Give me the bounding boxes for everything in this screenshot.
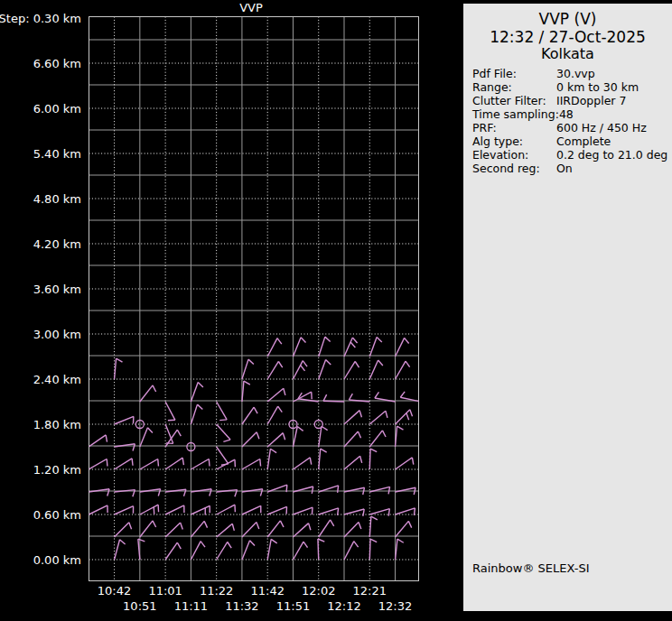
wind-barb-tick [129,523,132,530]
panel-site: Kolkata [463,46,672,62]
wind-barb-staff [165,402,175,420]
axis-label: 6.60 km [33,57,81,70]
wind-barb-tick [303,542,308,548]
wind-barb-staff [267,539,271,560]
wind-barb-staff [319,426,322,447]
wind-barb-tick [271,539,277,543]
field-value: 0 km to 30 km [556,80,639,94]
field-label: Second reg: [472,162,556,175]
wind-barb-staff [115,540,120,560]
wind-barb-tick [377,337,382,342]
wind-barb-staff [369,449,370,469]
axis-label: 0.00 km [33,553,81,567]
wind-barb-tick [325,337,331,341]
wind-barb-tick [283,433,285,440]
wind-barb-tick [338,486,339,493]
wind-barb-staff [369,431,382,447]
field-pdf-file: Pdf File: 30.vvp [472,67,672,80]
wind-barb-tick [133,444,135,451]
wind-barb-tick [338,508,339,515]
wind-barb-tick [310,458,311,465]
info-panel: VVP (V) 12:32 / 27-Oct-2025 Kolkata Pdf … [463,4,672,611]
wind-barb-tick [248,359,254,364]
axis-label: 12:02 [302,584,335,598]
wind-barb-tick [297,427,303,431]
wind-barb-tick [406,413,409,421]
field-label: Range: [472,80,556,94]
axis-label: 11:32 [225,599,258,613]
wind-barb-staff [421,508,441,514]
wind-barb-staff [369,360,378,379]
wind-barb-tick [388,487,390,494]
wind-barb-staff [293,338,301,357]
wind-barb-staff [267,433,283,447]
wind-barb-staff [293,361,303,379]
axis-label: 3.00 km [33,328,81,341]
panel-fields: Pdf File: 30.vvp Range: 0 km to 30 km Cl… [463,67,672,175]
axis-label: 11:22 [200,584,233,598]
grid-layer [89,17,419,581]
wind-barb-tick [371,516,378,520]
wind-barb-staff [242,522,257,537]
wind-barb-tick [219,420,227,421]
brand-text: Rainbow® SELEX-SI [472,561,590,575]
wind-barb-tick [382,431,386,437]
wind-barb-staff [242,489,263,492]
wind-barb-staff [242,407,254,424]
wind-barb-staff [217,459,235,469]
wind-barb-tick [204,521,207,527]
wind-barb-tick [183,489,185,496]
wind-barb-tick [318,539,324,542]
wind-barb-staff [191,542,201,560]
wind-barb-staff [318,539,319,560]
panel-title: VVP (V) [463,10,672,28]
wind-barb-staff [242,541,250,560]
wind-barb-tick [359,522,361,528]
wind-barb-staff [293,427,297,447]
axis-label: 6.00 km [33,102,81,116]
wind-barb-tick [388,509,389,516]
axis-label: 12:32 [378,599,412,613]
wind-barb-staff [344,361,355,379]
wind-barb-staff [191,489,211,492]
field-prf: PRF: 600 Hz / 450 Hz [472,121,672,134]
wind-barb-tick [410,410,413,417]
wind-barb-staff [319,359,326,379]
wind-barb-tick [359,411,361,418]
field-range: Range: 0 km to 30 km [472,80,672,94]
wind-barb-staff [217,424,230,440]
wind-barb-staff [191,521,204,537]
axis-label: VVP [239,1,263,14]
wind-barb-tick [198,382,203,387]
axis-label: 11:51 [276,599,310,613]
wind-barb-staff [242,505,261,514]
wind-barb-staff [89,505,107,514]
wind-barb-staff [115,523,129,537]
wind-barb-tick [321,449,327,452]
wind-barb-staff [396,508,415,514]
axis-label-layer: VVPStep: 0.30 km6.60 km6.00 km5.40 km4.8… [0,1,412,613]
wind-barb-staff [165,505,184,514]
field-label: PRF: [472,121,556,134]
axis-label: 11:11 [174,599,208,613]
axis-label: 4.80 km [33,192,81,206]
field-value: IIRDoppler 7 [556,94,626,107]
wind-barb-staff [165,458,182,469]
wind-barb-staff [344,509,364,514]
wind-barb-staff [421,410,435,424]
wind-barb-tick [431,361,435,367]
wind-barb-staff [396,338,405,357]
wind-barb-tick [414,487,415,495]
wind-barb-tick [323,394,327,401]
wind-barb-tick [153,385,156,392]
wind-barb-tick [301,366,305,371]
wind-barb-tick [301,338,305,343]
wind-barb-tick [197,404,202,409]
wind-barb-tick [375,392,379,398]
wind-barb-staff [165,542,177,560]
wind-barb-tick [177,542,181,549]
wind-barb-tick [363,487,365,495]
wind-barb-staff [421,338,431,357]
wind-barb-staff [217,447,229,464]
wind-barb-staff [89,489,109,492]
